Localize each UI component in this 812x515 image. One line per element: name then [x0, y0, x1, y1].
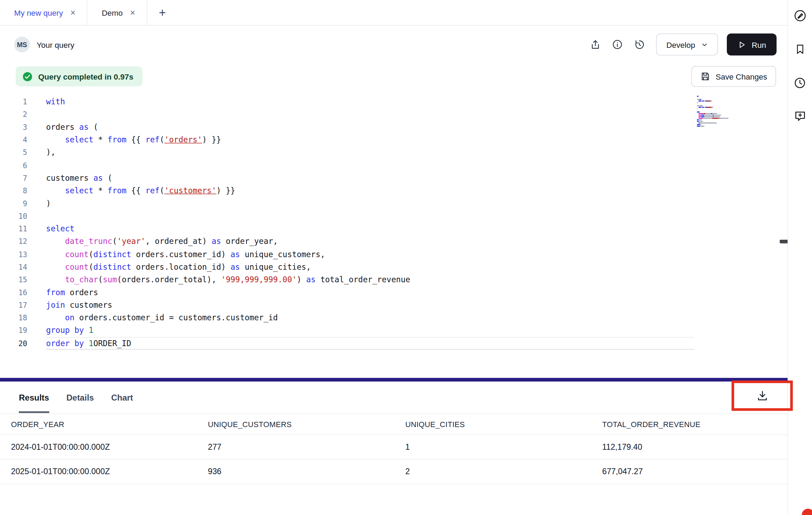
tab-chart[interactable]: Chart [111, 382, 133, 414]
code-lines: 1with23orders as (4 select * from {{ ref… [0, 95, 788, 350]
results-panel: Results Details Chart ORDER_YEARUNIQUE_C… [0, 382, 788, 515]
column-header[interactable]: TOTAL_ORDER_REVENUE [602, 420, 788, 428]
code-line[interactable]: 5), [0, 146, 788, 159]
save-icon [700, 71, 710, 82]
table-cell: 2024-01-01T00:00:00.000Z [11, 442, 208, 452]
line-number: 20 [0, 339, 27, 348]
line-number: 13 [0, 250, 27, 259]
column-header[interactable]: ORDER_YEAR [11, 420, 208, 428]
code-line[interactable]: 18 on orders.customer_id = customers.cus… [0, 312, 788, 324]
results-table: ORDER_YEARUNIQUE_CUSTOMERSUNIQUE_CITIEST… [0, 413, 788, 484]
line-number: 10 [0, 212, 27, 220]
code-line[interactable]: 4 select * from {{ ref('orders') }} [0, 133, 788, 146]
column-header[interactable]: UNIQUE_CITIES [405, 420, 602, 428]
table-row[interactable]: 2025-01-01T00:00:00.000Z9362677,047.27 [0, 460, 788, 484]
status-badge: Query completed in 0.97s [16, 67, 142, 87]
editor-scrollbar-thumb[interactable] [780, 240, 788, 244]
code-line[interactable]: 13 count(distinct orders.customer_id) as… [0, 248, 788, 260]
query-title: Your query [37, 40, 74, 49]
code-line[interactable]: 16from orders [0, 286, 788, 299]
save-changes-button[interactable]: Save Changes [691, 66, 776, 87]
editor-tabbar: My new query × Demo × + [0, 0, 788, 26]
table-cell: 2 [405, 467, 602, 476]
line-number: 19 [0, 326, 27, 335]
line-number: 15 [0, 275, 27, 284]
line-number: 5 [0, 148, 27, 157]
run-button[interactable]: Run [727, 33, 777, 55]
table-row[interactable]: 2024-01-01T00:00:00.000Z2771112,179.40 [0, 435, 788, 460]
develop-button[interactable]: Develop [656, 33, 718, 55]
code-line[interactable]: 20order by 1ORDER_ID [0, 337, 788, 349]
status-row: Query completed in 0.97s Save Changes [0, 64, 788, 90]
table-cell: 936 [208, 467, 406, 476]
query-ide-window: My new query × Demo × + MS Your query [0, 0, 812, 515]
chevron-down-icon [701, 41, 708, 48]
code-line[interactable]: 17join customers [0, 299, 788, 311]
code-line[interactable]: 10 [0, 210, 788, 222]
close-tab-icon[interactable]: × [130, 8, 135, 17]
line-number: 9 [0, 199, 27, 208]
line-number: 4 [0, 136, 27, 144]
line-number: 3 [0, 123, 27, 131]
annotation-highlight-box [732, 381, 793, 411]
tab-details[interactable]: Details [66, 382, 94, 414]
avatar: MS [14, 37, 30, 52]
table-cell: 112,179.40 [602, 442, 788, 452]
code-line[interactable]: 11select [0, 222, 788, 235]
panel-resize-handle[interactable] [0, 378, 788, 382]
code-line[interactable]: 8 select * from {{ ref('customers') }} [0, 184, 788, 197]
new-tab-button[interactable]: + [159, 6, 166, 20]
column-header[interactable]: UNIQUE_CUSTOMERS [208, 420, 406, 428]
history-panel-icon[interactable] [793, 76, 807, 90]
download-icon[interactable] [752, 385, 773, 406]
status-message: Query completed in 0.97s [38, 72, 134, 81]
bookmark-icon[interactable] [793, 43, 807, 56]
sql-editor[interactable]: 1with23orders as (4 select * from {{ ref… [0, 90, 788, 378]
explore-icon[interactable] [793, 9, 807, 23]
line-number: 1 [0, 97, 27, 106]
line-number: 17 [0, 301, 27, 309]
right-sidebar [788, 0, 812, 515]
annotation-artifact [802, 509, 812, 515]
share-icon[interactable] [586, 35, 605, 54]
results-tabbar: Results Details Chart [0, 382, 788, 414]
line-number: 14 [0, 263, 27, 271]
tab-results[interactable]: Results [19, 382, 49, 414]
query-header: MS Your query Develop [0, 26, 788, 64]
code-line[interactable]: 3orders as ( [0, 121, 788, 133]
table-cell: 1 [405, 442, 602, 452]
play-icon [738, 40, 747, 49]
code-line[interactable]: 14 count(distinct orders.location_id) as… [0, 261, 788, 273]
main-panel: My new query × Demo × + MS Your query [0, 0, 788, 515]
code-line[interactable]: 9) [0, 197, 788, 210]
tab-demo[interactable]: Demo × [88, 0, 147, 25]
line-number: 7 [0, 174, 27, 182]
tab-label: Demo [102, 8, 123, 17]
line-number: 16 [0, 288, 27, 297]
table-cell: 677,047.27 [602, 467, 788, 476]
version-history-icon[interactable] [630, 35, 649, 54]
table-cell: 2025-01-01T00:00:00.000Z [11, 467, 208, 476]
code-line[interactable]: 12 date_trunc('year', ordered_at) as ord… [0, 235, 788, 248]
line-number: 2 [0, 110, 27, 119]
code-line[interactable]: 15 to_char(sum(orders.order_total), '999… [0, 273, 788, 286]
code-line[interactable]: 1with [0, 95, 788, 108]
close-tab-icon[interactable]: × [71, 8, 76, 17]
line-number: 11 [0, 225, 27, 233]
code-line[interactable]: 6 [0, 159, 788, 171]
tab-my-new-query[interactable]: My new query × [0, 0, 88, 25]
table-header-row: ORDER_YEARUNIQUE_CUSTOMERSUNIQUE_CITIEST… [0, 413, 788, 435]
minimap[interactable] [697, 96, 731, 127]
check-circle-icon [22, 71, 33, 82]
code-line[interactable]: 19group by 1 [0, 324, 788, 337]
save-changes-label: Save Changes [716, 72, 767, 81]
line-number: 6 [0, 161, 27, 169]
code-line[interactable]: 2 [0, 108, 788, 120]
line-number: 8 [0, 186, 27, 195]
table-cell: 277 [208, 442, 406, 452]
info-icon[interactable] [608, 35, 627, 54]
code-line[interactable]: 7customers as ( [0, 172, 788, 184]
tab-label: My new query [14, 8, 63, 17]
feedback-icon[interactable] [793, 110, 807, 123]
run-label: Run [752, 40, 766, 49]
